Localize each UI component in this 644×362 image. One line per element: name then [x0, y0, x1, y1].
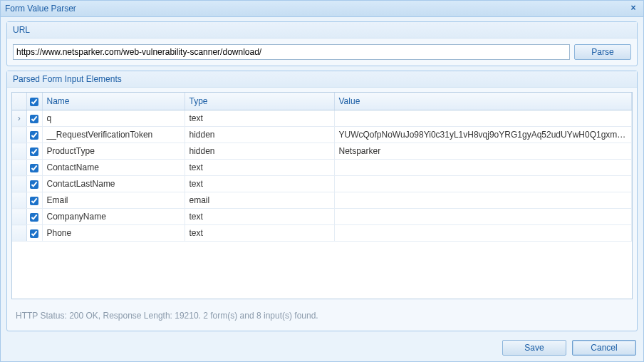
col-name[interactable]: Name: [42, 93, 185, 110]
table-row[interactable]: __RequestVerificationTokenhiddenYUWcQofp…: [12, 127, 632, 143]
row-check-cell[interactable]: [26, 143, 42, 160]
table-row[interactable]: ProductTypehiddenNetsparker: [12, 143, 632, 160]
cell-name: Email: [42, 192, 185, 209]
form-value-parser-window: Form Value Parser × URL Parse Parsed For…: [0, 0, 644, 362]
row-check-cell[interactable]: [26, 110, 42, 127]
dialog-footer: Save Cancel: [1, 336, 643, 361]
cell-type: text: [185, 209, 334, 225]
row-checkbox[interactable]: [30, 213, 38, 222]
form-elements-table: Name Type Value ›qtext__RequestVerificat…: [12, 93, 632, 242]
row-checkbox[interactable]: [30, 148, 38, 156]
cell-value: [334, 225, 632, 242]
row-check-cell[interactable]: [26, 192, 42, 209]
cell-type: text: [185, 160, 334, 176]
url-section: URL Parse: [6, 21, 638, 66]
row-indicator: [12, 176, 26, 192]
parsed-section-title: Parsed Form Input Elements: [7, 71, 637, 88]
cell-type: hidden: [185, 127, 334, 143]
titlebar: Form Value Parser ×: [1, 1, 643, 17]
col-type[interactable]: Type: [185, 93, 334, 110]
url-section-body: Parse: [7, 38, 637, 66]
cell-name: ContactName: [42, 160, 185, 176]
row-indicator: [12, 160, 26, 176]
check-all-checkbox[interactable]: [30, 98, 38, 106]
row-check-cell[interactable]: [26, 127, 42, 143]
cell-value: [334, 176, 632, 192]
url-section-title: URL: [7, 22, 637, 38]
cell-value: YUWcQofpNoWuJo98Yi0c31yL1vH8vqj9oYRG1gyA…: [334, 127, 632, 143]
cell-type: hidden: [185, 143, 334, 160]
row-indicator: [12, 143, 26, 160]
table-header-row: Name Type Value: [12, 93, 632, 110]
table-row[interactable]: Phonetext: [12, 225, 632, 242]
cell-value: [334, 110, 632, 127]
save-button[interactable]: Save: [502, 340, 566, 356]
row-checkbox[interactable]: [30, 115, 38, 123]
col-value[interactable]: Value: [334, 93, 632, 110]
cell-name: CompanyName: [42, 209, 185, 225]
table-row[interactable]: CompanyNametext: [12, 209, 632, 225]
row-checkbox[interactable]: [30, 197, 38, 205]
col-row-indicator: [12, 93, 26, 110]
status-text: HTTP Status: 200 OK, Response Length: 19…: [7, 304, 637, 331]
row-indicator: [12, 225, 26, 242]
table-row[interactable]: Emailemail: [12, 192, 632, 209]
cell-type: text: [185, 110, 334, 127]
row-checkbox[interactable]: [30, 131, 38, 140]
cell-name: ProductType: [42, 143, 185, 160]
grid-empty-area: [12, 242, 632, 299]
row-check-cell[interactable]: [26, 160, 42, 176]
row-checkbox[interactable]: [30, 229, 38, 238]
cancel-button[interactable]: Cancel: [572, 340, 636, 356]
table-row[interactable]: ›qtext: [12, 110, 632, 127]
url-input[interactable]: [13, 44, 570, 60]
form-elements-grid: Name Type Value ›qtext__RequestVerificat…: [11, 92, 633, 299]
col-check-all[interactable]: [26, 93, 42, 110]
cell-value: [334, 192, 632, 209]
table-row[interactable]: ContactNametext: [12, 160, 632, 176]
row-indicator: [12, 209, 26, 225]
parsed-section: Parsed Form Input Elements Name Type Val…: [6, 71, 638, 331]
cell-type: email: [185, 192, 334, 209]
row-indicator: [12, 192, 26, 209]
cell-name: q: [42, 110, 185, 127]
row-check-cell[interactable]: [26, 209, 42, 225]
cell-value: [334, 209, 632, 225]
row-check-cell[interactable]: [26, 176, 42, 192]
cell-type: text: [185, 176, 334, 192]
cell-name: Phone: [42, 225, 185, 242]
cell-type: text: [185, 225, 334, 242]
window-title: Form Value Parser: [5, 4, 76, 14]
row-indicator: ›: [12, 110, 26, 127]
row-checkbox[interactable]: [30, 164, 38, 172]
table-body: ›qtext__RequestVerificationTokenhiddenYU…: [12, 110, 632, 242]
row-check-cell[interactable]: [26, 225, 42, 242]
cell-value: [334, 160, 632, 176]
row-checkbox[interactable]: [30, 180, 38, 189]
table-row[interactable]: ContactLastNametext: [12, 176, 632, 192]
row-indicator: [12, 127, 26, 143]
parse-button[interactable]: Parse: [574, 44, 631, 60]
close-icon[interactable]: ×: [628, 2, 639, 14]
cell-name: ContactLastName: [42, 176, 185, 192]
cell-value: Netsparker: [334, 143, 632, 160]
cell-name: __RequestVerificationToken: [42, 127, 185, 143]
